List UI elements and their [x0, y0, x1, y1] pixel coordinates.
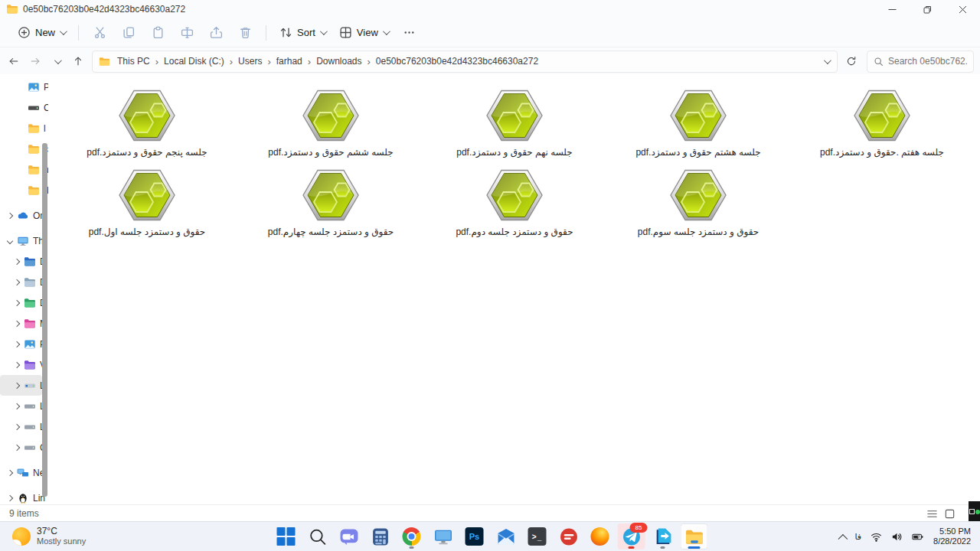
large-icons-view-icon[interactable]: [944, 508, 956, 520]
sidebar-item[interactable]: c: [0, 139, 42, 159]
new-button[interactable]: New: [11, 21, 72, 44]
taskbar-calculator-icon[interactable]: [367, 523, 394, 549]
sidebar-item[interactable]: C: [0, 97, 42, 118]
details-view-icon[interactable]: [926, 508, 938, 520]
taskbar-explorer-icon[interactable]: [681, 523, 708, 549]
pdf-hexagon-file-icon: [484, 165, 545, 226]
taskbar-mail-icon[interactable]: [492, 523, 520, 549]
share-button[interactable]: [201, 21, 230, 44]
file-item[interactable]: حقوق و دستمزد جلسه سوم.pdf: [606, 163, 790, 243]
breadcrumb-item[interactable]: Local Disk (C:): [160, 54, 228, 68]
search-box[interactable]: Search 0e50bc762...: [867, 51, 974, 73]
sidebar-item[interactable]: L: [0, 416, 42, 437]
taskbar-photoshop-icon[interactable]: Ps: [461, 523, 488, 549]
minimize-button[interactable]: [874, 0, 910, 18]
restore-button[interactable]: [910, 0, 945, 18]
up-button[interactable]: [67, 51, 89, 72]
view-button[interactable]: View: [332, 21, 395, 44]
taskbar-red-app-icon[interactable]: [555, 523, 583, 549]
breadcrumb-item[interactable]: Users: [234, 54, 266, 68]
screen-recorder-indicator[interactable]: [969, 501, 980, 522]
file-item[interactable]: جلسه هفتم .حقوق و دستمزد.pdf: [790, 83, 974, 163]
file-item[interactable]: جلسه نهم حقوق و دستمزد.pdf: [423, 83, 606, 163]
chevron-right-icon[interactable]: [13, 425, 21, 429]
chevron-right-icon[interactable]: [13, 280, 21, 285]
sidebar-item[interactable]: C: [0, 437, 42, 458]
sidebar-item[interactable]: M: [0, 313, 42, 334]
taskbar-monitor-icon[interactable]: [430, 523, 457, 549]
address-dropdown-chevron-icon[interactable]: [824, 57, 831, 64]
breadcrumb-item[interactable]: farhad: [273, 54, 306, 68]
chevron-right-icon[interactable]: [13, 259, 21, 264]
taskbar-telegram-icon[interactable]: 85: [618, 523, 645, 549]
language-indicator[interactable]: فا: [851, 525, 865, 548]
file-item[interactable]: جلسه پنجم حقوق و دستمزد.pdf: [55, 83, 239, 163]
recent-locations-button[interactable]: [46, 51, 67, 72]
weather-widget[interactable]: 37°C Mostly sunny: [8, 524, 90, 548]
sidebar-item[interactable]: Lin: [0, 487, 42, 505]
chevron-right-icon[interactable]: [13, 363, 21, 367]
paste-button[interactable]: [143, 21, 172, 44]
chevron-down-icon[interactable]: [6, 239, 14, 243]
sidebar-item[interactable]: d: [0, 180, 42, 201]
sidebar-item[interactable]: P: [0, 334, 42, 354]
file-item[interactable]: حقوق و دستمزد جلسه چهارم.pdf: [239, 163, 423, 243]
wifi-icon[interactable]: [867, 525, 886, 548]
chevron-right-icon[interactable]: [6, 471, 14, 475]
chevron-right-icon[interactable]: [13, 301, 21, 305]
sidebar-item[interactable]: On: [0, 205, 42, 226]
chevron-right-icon[interactable]: [13, 445, 21, 450]
sidebar-item[interactable]: L: [0, 375, 42, 396]
sidebar-item[interactable]: D: [0, 272, 42, 292]
back-button[interactable]: [3, 51, 24, 72]
sidebar-item[interactable]: D: [0, 251, 42, 272]
sidebar-item[interactable]: Th: [0, 230, 42, 251]
refresh-button[interactable]: [841, 51, 862, 72]
folder-icon: [99, 56, 110, 67]
chevron-right-icon[interactable]: [6, 496, 14, 500]
chevron-right-icon[interactable]: [13, 342, 21, 347]
hidden-icons-button[interactable]: [835, 525, 849, 548]
chevron-right-icon[interactable]: [13, 404, 21, 409]
close-button[interactable]: [945, 0, 980, 18]
file-item[interactable]: حقوق و دستمزد جلسه اول.pdf: [55, 163, 239, 243]
sidebar-item[interactable]: P: [0, 77, 42, 97]
taskbar-search-icon[interactable]: [304, 523, 332, 549]
cut-button[interactable]: [85, 21, 114, 44]
file-name: حقوق و دستمزد جلسه چهارم.pdf: [268, 227, 394, 237]
sidebar-item[interactable]: V: [0, 354, 42, 375]
file-item[interactable]: حقوق و دستمزد جلسه دوم.pdf: [423, 163, 606, 243]
sidebar-item[interactable]: D: [0, 292, 42, 313]
copy-button[interactable]: [114, 21, 143, 44]
taskbar-sharex-icon[interactable]: [649, 523, 677, 549]
breadcrumb-item[interactable]: Downloads: [312, 54, 365, 68]
forward-button[interactable]: [24, 51, 46, 72]
clock[interactable]: 5:50 PM 8/28/2022: [929, 527, 975, 546]
rename-button[interactable]: [172, 21, 201, 44]
sidebar-scrollbar[interactable]: [42, 143, 47, 497]
sidebar-item[interactable]: L: [0, 396, 42, 416]
battery-icon[interactable]: [908, 525, 927, 548]
taskbar-terminal-icon[interactable]: >_: [524, 523, 551, 549]
volume-icon[interactable]: [887, 525, 906, 548]
sidebar-item[interactable]: Ne: [0, 462, 42, 483]
taskbar-windows-icon[interactable]: [273, 523, 300, 549]
file-list-area[interactable]: جلسه پنجم حقوق و دستمزد.pdfجلسه ششم حقوق…: [48, 74, 980, 505]
chevron-right-icon[interactable]: [6, 214, 14, 218]
taskbar-chat-icon[interactable]: [335, 523, 363, 549]
breadcrumb-item[interactable]: 0e50bc76203b0e42d4323bc46630a272: [372, 54, 542, 68]
sidebar-item[interactable]: l: [0, 118, 42, 139]
breadcrumb-item[interactable]: This PC: [113, 54, 154, 68]
taskbar-chrome-icon[interactable]: [398, 523, 426, 549]
chevron-right-icon[interactable]: [13, 321, 21, 326]
delete-button[interactable]: [230, 21, 260, 44]
sidebar-item[interactable]: u: [0, 159, 42, 180]
recorder-status-dot: [975, 510, 980, 514]
sort-button[interactable]: Sort: [273, 21, 332, 44]
more-options-button[interactable]: [395, 21, 424, 44]
breadcrumb[interactable]: This PC›Local Disk (C:)›Users›farhad›Dow…: [92, 51, 838, 73]
chevron-right-icon[interactable]: [13, 383, 21, 388]
taskbar-firefox-icon[interactable]: [586, 523, 614, 549]
file-item[interactable]: جلسه ششم حقوق و دستمزد.pdf: [239, 83, 423, 163]
file-item[interactable]: جلسه هشتم حقوق و دستمزد.pdf: [606, 83, 790, 163]
